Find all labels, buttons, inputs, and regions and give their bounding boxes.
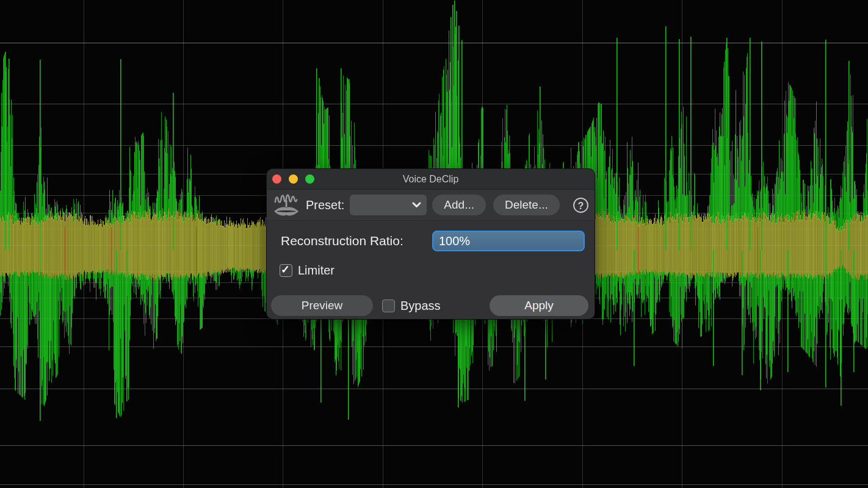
add-preset-button[interactable]: Add... [432,195,486,215]
preset-label: Preset: [306,198,344,212]
bypass-checkbox[interactable]: ✓ [382,300,395,312]
preset-select[interactable] [350,195,427,215]
reconstruction-ratio-input[interactable] [432,231,585,251]
preview-button[interactable]: Preview [271,295,373,316]
dialog-title: Voice DeClip [267,169,595,189]
voice-lips-icon [273,192,301,218]
check-icon: ✓ [281,263,290,276]
chevron-down-icon [412,202,421,208]
preset-toolbar: Preset: Add... Delete... ? [267,190,595,221]
bypass-row: ✓ Bypass [382,299,441,312]
limiter-checkbox[interactable]: ✓ [280,264,292,277]
bypass-label: Bypass [400,299,441,313]
dialog-title-bar[interactable]: Voice DeClip [267,169,595,190]
voice-declip-dialog: Voice DeClip Preset: Add... Delete... ? … [267,169,595,319]
limiter-row: ✓ Limiter [280,264,335,277]
reconstruction-ratio-row: Reconstruction Ratio: [281,231,403,251]
apply-button[interactable]: Apply [490,295,588,316]
delete-preset-button[interactable]: Delete... [493,195,560,215]
limiter-label: Limiter [298,264,335,278]
reconstruction-ratio-label: Reconstruction Ratio: [281,234,403,248]
help-icon[interactable]: ? [573,198,588,213]
